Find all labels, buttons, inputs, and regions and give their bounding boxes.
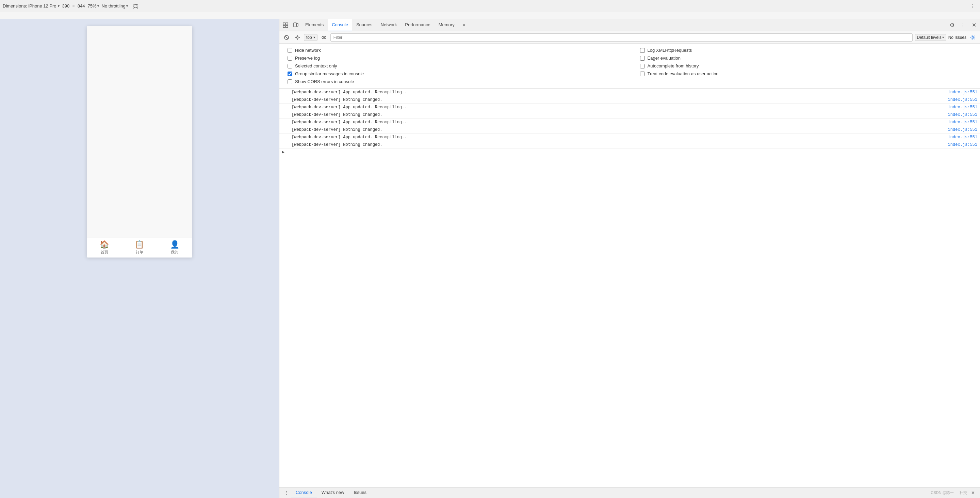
tab-elements[interactable]: Elements [301, 19, 328, 31]
bottom-tabbar: ⋮ Console What's new Issues CSDN @陈一 — 社… [279, 487, 980, 498]
show-cors-checkbox[interactable] [288, 79, 292, 84]
tab-performance[interactable]: Performance [401, 19, 434, 31]
devtools-header-actions: ⚙ ⋮ ✕ [947, 21, 978, 30]
default-levels-dropdown[interactable]: Default levels ▾ [915, 34, 946, 41]
width-value[interactable]: 390 [62, 3, 70, 8]
top-toolbar: Dimensions: iPhone 12 Pro ▾ 390 × 844 75… [0, 0, 980, 12]
tab-console[interactable]: Console [328, 19, 352, 31]
treat-code-checkbox[interactable] [640, 72, 645, 76]
device-chevron-icon: ▾ [58, 4, 60, 8]
clear-console-icon[interactable] [282, 33, 291, 42]
context-chevron-icon: ▾ [313, 35, 315, 39]
bottom-tab-issues[interactable]: Issues [349, 487, 372, 498]
console-row-link[interactable]: index.js:551 [948, 128, 977, 132]
inspect-element-icon[interactable] [281, 21, 290, 30]
console-log-row: [webpack-dev-server] Nothing changed.ind… [279, 141, 980, 148]
eye-icon[interactable] [320, 33, 328, 42]
screenshot-icon[interactable] [130, 2, 140, 11]
console-log-row: [webpack-dev-server] App updated. Recomp… [279, 89, 980, 96]
selected-context-checkbox[interactable] [288, 64, 292, 69]
device-name: Dimensions: iPhone 12 Pro [3, 3, 56, 8]
hide-network-label: Hide network [295, 48, 321, 53]
device-tab-bar: 🏠 首页 📋 订单 👤 我的 [87, 237, 192, 257]
console-row-text: [webpack-dev-server] App updated. Recomp… [292, 90, 948, 95]
tab-orders[interactable]: 📋 订单 [135, 240, 144, 255]
devtools-close-icon[interactable]: ✕ [969, 21, 978, 30]
setting-show-cors: Show CORS errors in console [288, 79, 620, 84]
bottom-issues-label: Issues [354, 490, 367, 495]
expand-icon: ▶ [282, 150, 285, 155]
console-row-link[interactable]: index.js:551 [948, 135, 977, 140]
tab-memory[interactable]: Memory [434, 19, 459, 31]
console-gear-icon[interactable] [969, 33, 977, 42]
orders-icon: 📋 [135, 240, 144, 249]
height-value[interactable]: 844 [78, 3, 85, 8]
log-xml-checkbox[interactable] [640, 48, 645, 53]
tab-memory-label: Memory [439, 22, 455, 27]
bottom-console-label: Console [296, 490, 312, 495]
console-row-link[interactable]: index.js:551 [948, 142, 977, 147]
tab-more[interactable]: » [459, 19, 469, 31]
svg-point-7 [295, 26, 295, 27]
setting-selected-context: Selected context only [288, 63, 620, 69]
console-filter-input[interactable] [331, 34, 913, 42]
tab-elements-label: Elements [305, 22, 324, 27]
eager-eval-checkbox[interactable] [640, 56, 645, 61]
home-icon: 🏠 [100, 240, 109, 249]
bottom-close-icon[interactable]: ✕ [969, 488, 977, 497]
device-selector[interactable]: Dimensions: iPhone 12 Pro ▾ [3, 3, 60, 8]
bottom-tab-console[interactable]: Console [291, 487, 317, 498]
hide-network-checkbox[interactable] [288, 48, 292, 53]
home-label: 首页 [101, 250, 108, 255]
bottom-more-icon[interactable]: ⋮ [282, 488, 291, 497]
tab-profile[interactable]: 👤 我的 [170, 240, 179, 255]
svg-line-10 [285, 36, 288, 39]
more-options-icon[interactable]: ⋮ [968, 2, 977, 11]
console-log-row: [webpack-dev-server] Nothing changed.ind… [279, 96, 980, 104]
device-preview: 🏠 首页 📋 订单 👤 我的 [0, 19, 279, 498]
console-row-link[interactable]: index.js:551 [948, 120, 977, 124]
console-log-row: [webpack-dev-server] Nothing changed.ind… [279, 126, 980, 134]
console-row-text: [webpack-dev-server] Nothing changed. [292, 97, 948, 102]
console-row-text: [webpack-dev-server] App updated. Recomp… [292, 105, 948, 110]
console-log-row: [webpack-dev-server] Nothing changed.ind… [279, 111, 980, 118]
svg-point-14 [972, 37, 974, 38]
zoom-selector[interactable]: 75% ▾ [88, 3, 99, 8]
bottom-tab-whats-new[interactable]: What's new [317, 487, 349, 498]
console-row-link[interactable]: index.js:551 [948, 90, 977, 95]
console-row-link[interactable]: index.js:551 [948, 105, 977, 110]
tab-network[interactable]: Network [377, 19, 401, 31]
selected-context-label: Selected context only [295, 63, 337, 69]
zoom-value: 75% [88, 3, 97, 8]
tab-home[interactable]: 🏠 首页 [100, 240, 109, 255]
settings-console-icon[interactable] [293, 33, 302, 42]
orders-label: 订单 [136, 250, 143, 255]
preserve-log-checkbox[interactable] [288, 56, 292, 61]
setting-log-xml: Log XMLHttpRequests [640, 48, 972, 53]
console-context-value: top [306, 35, 312, 40]
console-expand-arrow[interactable]: ▶ [279, 148, 980, 156]
svg-rect-8 [297, 24, 298, 26]
tab-performance-label: Performance [405, 22, 430, 27]
svg-point-13 [323, 37, 325, 38]
console-context-dropdown[interactable]: top ▾ [304, 34, 318, 41]
console-row-link[interactable]: index.js:551 [948, 112, 977, 117]
devtools-settings-icon[interactable]: ⚙ [947, 21, 957, 30]
bottom-whats-new-label: What's new [321, 490, 344, 495]
toggle-device-icon[interactable] [291, 21, 301, 30]
svg-rect-2 [283, 23, 285, 25]
group-similar-checkbox[interactable] [288, 72, 292, 76]
tab-sources[interactable]: Sources [352, 19, 377, 31]
settings-right-col: Log XMLHttpRequests Eager evaluation Aut… [640, 48, 972, 84]
setting-eager-eval: Eager evaluation [640, 56, 972, 61]
autocomplete-checkbox[interactable] [640, 64, 645, 69]
devtools-panel: Elements Console Sources Network Perform… [279, 19, 980, 498]
throttle-selector[interactable]: No throttling ▾ [102, 3, 128, 8]
console-output: [webpack-dev-server] App updated. Recomp… [279, 89, 980, 487]
devtools-more-icon[interactable]: ⋮ [958, 21, 968, 30]
console-row-link[interactable]: index.js:551 [948, 97, 977, 102]
svg-rect-5 [286, 26, 288, 27]
no-issues-label: No Issues [948, 35, 966, 40]
devtools-tabs-bar: Elements Console Sources Network Perform… [279, 19, 980, 31]
group-similar-label: Group similar messages in console [295, 71, 364, 76]
